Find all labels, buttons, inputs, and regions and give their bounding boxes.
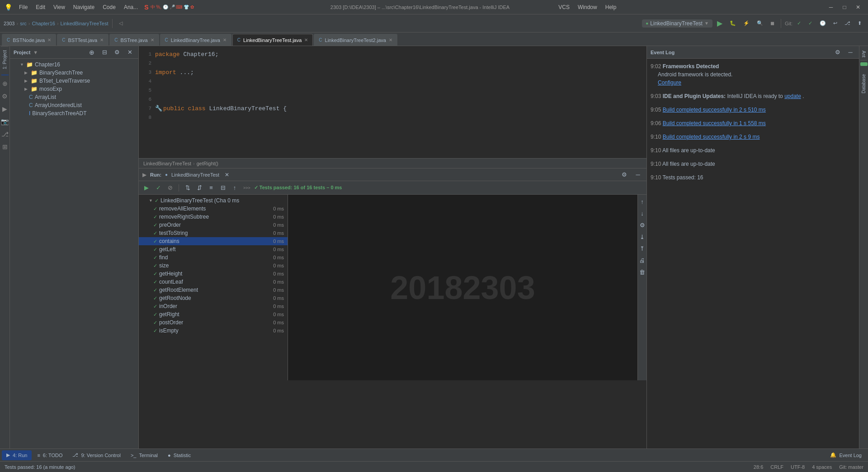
test-item-getleft[interactable]: ✓ getLeft 0 ms xyxy=(139,245,288,253)
test-item-find[interactable]: ✓ find 0 ms xyxy=(139,253,288,262)
test-item-contains[interactable]: ✓ contains 0 ms xyxy=(139,237,288,245)
git-branches-button[interactable]: ⎇ xyxy=(842,17,853,30)
status-position[interactable]: 28:6 xyxy=(754,464,763,470)
side-icon-table[interactable]: ⊞ xyxy=(1,140,9,153)
menu-vcs[interactable]: VCS xyxy=(555,3,573,11)
tree-item-binarysearchtree[interactable]: ▶ 📁 BinarySearchTree xyxy=(10,69,138,77)
tab-linkedbinarytreetest[interactable]: C LinkedBinaryTreeTest.java ✕ xyxy=(232,34,313,46)
test-item-countleaf[interactable]: ✓ countLeaf 0 ms xyxy=(139,278,288,286)
test-item-testtostring[interactable]: ✓ testToString 0 ms xyxy=(139,229,288,237)
bottom-tab-todo[interactable]: ≡ 6: TODO xyxy=(33,450,67,460)
side-tab-project[interactable]: 1: Project xyxy=(1,46,9,73)
git-commit-button[interactable]: ✓ xyxy=(806,17,815,30)
bottom-tab-terminal[interactable]: >_ Terminal xyxy=(126,450,162,460)
test-item-getright[interactable]: ✓ getRight 0 ms xyxy=(139,310,288,318)
debug-button[interactable]: 🐛 xyxy=(727,17,739,30)
run-panel-close-button[interactable]: ✕ xyxy=(225,172,229,178)
menu-code[interactable]: Code xyxy=(99,3,119,11)
menu-file[interactable]: File xyxy=(15,3,31,11)
test-item-isempty[interactable]: ✓ isEmpty 0 ms xyxy=(139,327,288,335)
run-config-dropdown[interactable]: ● LinkedBinaryTreeTest ▼ xyxy=(642,19,712,28)
code-content[interactable]: 1 package Chapter16; 2 3 import ...; 4 xyxy=(139,46,646,158)
run-scroll-up-button[interactable]: ↑ xyxy=(637,196,647,206)
test-item-root[interactable]: ▼ ✓ LinkedBinaryTreeTest (Cha 0 ms xyxy=(139,196,288,205)
run-rerun-check-button[interactable]: ✓ xyxy=(153,183,163,193)
tab-close-linkedbinarytreetest[interactable]: ✕ xyxy=(304,37,308,42)
run-delete-button[interactable]: 🗑 xyxy=(637,267,647,277)
side-icon-gear[interactable]: ⚙ xyxy=(0,90,9,103)
menu-window[interactable]: Window xyxy=(574,3,601,11)
test-item-getrootnode[interactable]: ✓ getRootNode 0 ms xyxy=(139,294,288,302)
tree-item-binarysearchtreeadt[interactable]: I BinarySearchTreeADT xyxy=(10,109,138,117)
test-item-inorder[interactable]: ✓ inOrder 0 ms xyxy=(139,302,288,310)
run-filter2-button[interactable]: ⊟ xyxy=(218,183,228,193)
run-import-button[interactable]: ⤓ xyxy=(637,232,647,242)
test-item-postorder[interactable]: ✓ postOrder 0 ms xyxy=(139,318,288,327)
close-button[interactable]: ✕ xyxy=(852,3,864,12)
run-sort-desc-button[interactable]: ⇵ xyxy=(194,183,204,193)
maximize-button[interactable]: □ xyxy=(838,3,851,12)
test-item-size[interactable]: ✓ size 0 ms xyxy=(139,262,288,270)
test-item-getrootelement[interactable]: ✓ getRootElement 0 ms xyxy=(139,286,288,294)
menu-analyze[interactable]: Ana... xyxy=(120,3,142,11)
tab-bsttest[interactable]: C BSTTest.java ✕ xyxy=(57,34,108,46)
project-layout-button[interactable]: ⊟ xyxy=(99,47,109,57)
status-charset[interactable]: UTF-8 xyxy=(791,464,805,470)
project-add-button[interactable]: ⊕ xyxy=(87,47,97,57)
project-settings-button[interactable]: ⚙ xyxy=(112,47,122,57)
tab-close-bstnode[interactable]: ✕ xyxy=(47,37,51,42)
project-close-button[interactable]: ✕ xyxy=(125,47,135,57)
menu-navigate[interactable]: Navigate xyxy=(70,3,98,11)
tree-item-arraylist[interactable]: C ArrayList xyxy=(10,93,138,101)
run-sort-asc-button[interactable]: ⇅ xyxy=(183,183,193,193)
bottom-tab-vcs[interactable]: ⎇ 9: Version Control xyxy=(68,450,125,460)
status-branch[interactable]: Git: master xyxy=(839,464,863,470)
breadcrumb-src[interactable]: src xyxy=(20,21,27,26)
menu-edit[interactable]: Edit xyxy=(32,3,49,11)
tab-bstree[interactable]: C BSTree.java ✕ xyxy=(109,34,159,46)
side-icon-camera[interactable]: 📷 xyxy=(0,115,10,128)
run-button[interactable]: ▶ xyxy=(714,17,725,30)
right-tab-database[interactable]: Database xyxy=(860,71,867,96)
tree-item-chapter16[interactable]: ▼ 📁 Chapter16 xyxy=(10,61,138,69)
git-push-button[interactable]: ⬆ xyxy=(855,17,864,30)
tree-item-arrayunorderedlist[interactable]: C ArrayUnorderedList xyxy=(10,101,138,109)
bottom-tab-run[interactable]: ▶ 4: Run xyxy=(2,450,32,460)
right-tab-ant[interactable]: Ant xyxy=(860,48,867,61)
tree-item-btset[interactable]: ▶ 📁 BTset_LevelTraverse xyxy=(10,77,138,85)
breadcrumb-file[interactable]: LinkedBinaryTreeTest xyxy=(61,21,108,26)
menu-view[interactable]: View xyxy=(50,3,69,11)
tab-linkedbinarytreetest2[interactable]: C LinkedBinaryTreeTest2.java ✕ xyxy=(314,34,397,46)
run-export-button[interactable]: ⤒ xyxy=(637,243,647,253)
log-link-3[interactable]: Build completed successfully in 1 s 558 … xyxy=(663,120,766,126)
tab-linkedbinarytree[interactable]: C LinkedBinaryTree.java ✕ xyxy=(160,34,231,46)
log-link-4[interactable]: Build completed successfully in 2 s 9 ms xyxy=(663,134,760,140)
test-item-preorder[interactable]: ✓ preOrder 0 ms xyxy=(139,221,288,229)
run-up-button[interactable]: ↑ xyxy=(230,183,240,193)
side-icon-run[interactable]: ▶ xyxy=(1,103,9,115)
tab-close-linkedbinarytreetest2[interactable]: ✕ xyxy=(389,37,392,42)
bottom-tab-statistic[interactable]: ● Statistic xyxy=(163,450,195,460)
run-scroll-down-button[interactable]: ↓ xyxy=(637,208,647,218)
status-indent[interactable]: 4 spaces xyxy=(812,464,832,470)
git-history-button[interactable]: 🕐 xyxy=(817,17,829,30)
git-revert-button[interactable]: ↩ xyxy=(830,17,840,30)
log-link-2[interactable]: Build completed successfully in 2 s 510 … xyxy=(663,107,766,113)
log-link-0[interactable]: Configure xyxy=(658,79,681,86)
log-link-1[interactable]: update xyxy=(784,93,801,99)
side-icon-find[interactable]: ⊕ xyxy=(1,77,9,90)
test-item-getheight[interactable]: ✓ getHeight 0 ms xyxy=(139,270,288,278)
back-button[interactable]: ◁ xyxy=(116,17,125,30)
tree-item-mosoexp[interactable]: ▶ 📁 mosoExp xyxy=(10,85,138,93)
tab-close-bsttest[interactable]: ✕ xyxy=(100,37,104,42)
run-filter-button[interactable]: ≡ xyxy=(206,183,216,193)
run-settings-button[interactable]: ⚙ xyxy=(619,170,629,180)
run-stop-button[interactable]: ⊘ xyxy=(165,183,175,193)
tab-close-linkedbinarytree[interactable]: ✕ xyxy=(223,37,226,42)
minimize-button[interactable]: ─ xyxy=(825,3,837,12)
coverage-button[interactable]: ⚡ xyxy=(741,17,752,30)
event-log-settings-button[interactable]: ⚙ xyxy=(833,47,843,57)
status-crlf[interactable]: CRLF xyxy=(770,464,783,470)
bottom-tab-eventlog[interactable]: 🔔 Event Log xyxy=(826,450,866,460)
tab-bstnode[interactable]: C BSTNode.java ✕ xyxy=(2,34,56,46)
